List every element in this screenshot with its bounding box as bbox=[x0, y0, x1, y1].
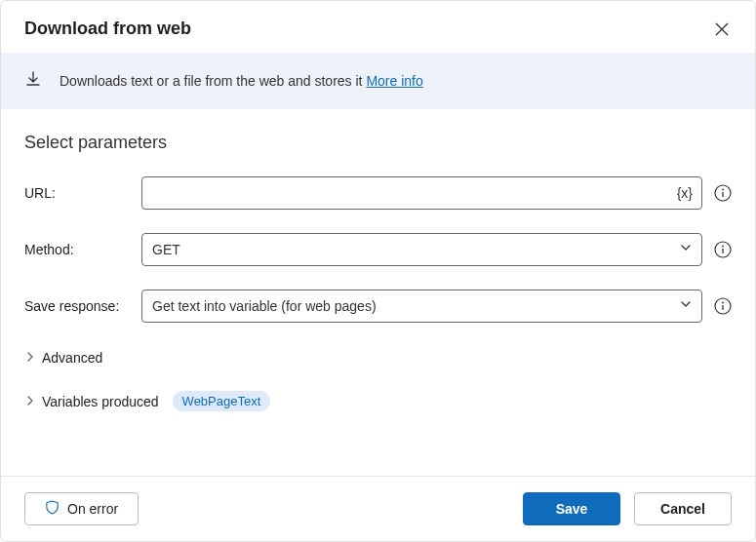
svg-point-5 bbox=[722, 302, 724, 304]
url-label: URL: bbox=[24, 185, 130, 201]
method-value: GET bbox=[152, 242, 180, 257]
method-info-icon[interactable] bbox=[714, 241, 732, 258]
method-select[interactable]: GET bbox=[141, 233, 702, 266]
banner-text: Downloads text or a file from the web an… bbox=[60, 73, 423, 89]
advanced-label: Advanced bbox=[42, 350, 102, 366]
method-label: Method: bbox=[24, 242, 130, 257]
url-input[interactable] bbox=[141, 176, 702, 210]
method-row: Method: GET bbox=[24, 233, 732, 266]
info-banner: Downloads text or a file from the web an… bbox=[1, 53, 755, 109]
shield-icon bbox=[45, 500, 60, 518]
save-response-info-icon[interactable] bbox=[714, 297, 732, 315]
variable-badge[interactable]: WebPageText bbox=[173, 391, 271, 411]
save-response-label: Save response: bbox=[24, 298, 130, 314]
advanced-toggle[interactable]: Advanced bbox=[24, 346, 732, 369]
content-area: Select parameters URL: {x} Method: GET S… bbox=[1, 109, 755, 476]
banner-description: Downloads text or a file from the web an… bbox=[60, 73, 366, 89]
cancel-button[interactable]: Cancel bbox=[634, 492, 732, 525]
chevron-right-icon bbox=[24, 350, 36, 366]
dialog-header: Download from web bbox=[1, 1, 755, 53]
save-response-row: Save response: Get text into variable (f… bbox=[24, 290, 732, 323]
close-icon bbox=[715, 22, 729, 36]
url-info-icon[interactable] bbox=[714, 184, 732, 202]
on-error-button[interactable]: On error bbox=[24, 492, 139, 525]
on-error-label: On error bbox=[67, 501, 118, 517]
variable-picker-icon[interactable]: {x} bbox=[677, 185, 693, 201]
more-info-link[interactable]: More info bbox=[366, 73, 422, 89]
dialog-footer: On error Save Cancel bbox=[1, 476, 755, 541]
close-button[interactable] bbox=[712, 19, 732, 39]
url-row: URL: {x} bbox=[24, 176, 732, 210]
download-icon bbox=[24, 70, 42, 92]
save-button[interactable]: Save bbox=[523, 492, 620, 525]
svg-point-1 bbox=[722, 189, 724, 191]
save-response-value: Get text into variable (for web pages) bbox=[152, 298, 377, 314]
chevron-right-icon bbox=[24, 394, 36, 409]
variables-produced-toggle[interactable]: Variables produced WebPageText bbox=[24, 387, 732, 415]
dialog-title: Download from web bbox=[24, 19, 191, 39]
variables-produced-label: Variables produced bbox=[42, 394, 159, 409]
section-title: Select parameters bbox=[24, 133, 732, 153]
svg-point-3 bbox=[722, 246, 724, 248]
save-response-select[interactable]: Get text into variable (for web pages) bbox=[141, 290, 702, 323]
